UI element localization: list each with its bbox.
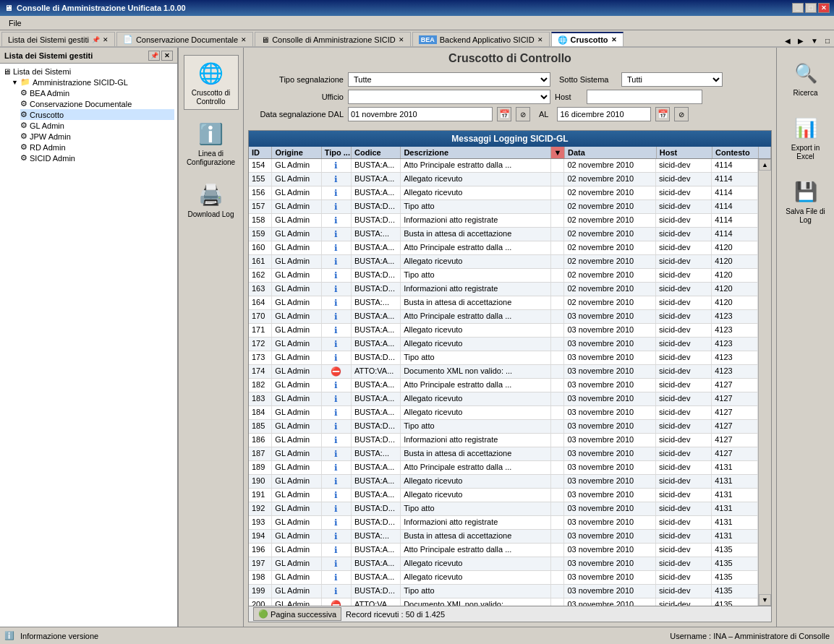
table-row[interactable]: 190 GL Admin ℹ BUSTA:A... Allegato ricev…	[249, 475, 758, 489]
tab-scroll-left[interactable]: ◀	[782, 35, 793, 46]
table-row[interactable]: 192 GL Admin ℹ BUSTA:D... Tipo atto 03 n…	[249, 502, 758, 516]
table-row[interactable]: 194 GL Admin ℹ BUSTA:... Busta in attesa…	[249, 530, 758, 544]
table-row[interactable]: 160 GL Admin ℹ BUSTA:A... Atto Principal…	[249, 241, 758, 255]
tab-lista-sistemi[interactable]: Lista dei Sistemi gestiti 📌 ✕	[1, 32, 115, 46]
tab-new[interactable]: □	[822, 35, 833, 46]
col-header-data[interactable]: Data	[565, 147, 657, 158]
table-row[interactable]: 155 GL Admin ℹ BUSTA:A... Allegato ricev…	[249, 173, 758, 186]
table-row[interactable]: 200 GL Admin ⛔ ATTO:VA... Documento XML …	[249, 598, 758, 606]
close-button[interactable]: ✕	[818, 3, 830, 13]
sidebar-pin-icon[interactable]: 📌	[92, 36, 100, 43]
vertical-scrollbar[interactable]: ▲ ▼	[758, 159, 771, 606]
table-row[interactable]: 156 GL Admin ℹ BUSTA:A... Allegato ricev…	[249, 186, 758, 200]
tab-dropdown[interactable]: ▼	[808, 35, 821, 46]
tree-item-rd[interactable]: ⚙ RD Admin	[20, 142, 174, 153]
col-sort-indicator[interactable]: ▼	[551, 147, 565, 158]
ufficio-select[interactable]	[348, 90, 550, 104]
col-header-id[interactable]: ID	[249, 147, 272, 158]
tree-item-conservazione[interactable]: ⚙ Conservazione Documentale	[20, 98, 174, 109]
tab-conservazione[interactable]: 📄 Conservazione Documentale ✕	[116, 32, 253, 46]
scroll-down-button[interactable]: ▼	[759, 594, 771, 606]
tree-item-bea[interactable]: ⚙ BEA Admin	[20, 87, 174, 98]
tab-cruscotto[interactable]: 🌐 Cruscotto ✕	[551, 32, 624, 46]
table-row[interactable]: 154 GL Admin ℹ BUSTA:A... Atto Principal…	[249, 159, 758, 173]
tab-consolle-sicid[interactable]: 🖥 Consolle di Amministrazione SICID ✕	[255, 32, 411, 46]
table-row[interactable]: 163 GL Admin ℹ BUSTA:D... Informazioni a…	[249, 283, 758, 296]
tree-group-item[interactable]: ▼ 📁 Amministrazione SICID-GL	[12, 77, 174, 87]
col-header-host[interactable]: Host	[657, 147, 712, 158]
minimize-button[interactable]: _	[792, 3, 804, 13]
table-row[interactable]: 159 GL Admin ℹ BUSTA:... Busta in attesa…	[249, 228, 758, 241]
tree-item-cruscotto[interactable]: ⚙ Cruscotto	[20, 109, 174, 120]
calendar-dal-clear-button[interactable]: ⊘	[516, 107, 530, 121]
table-row[interactable]: 174 GL Admin ⛔ ATTO:VA... Documento XML …	[249, 365, 758, 379]
table-row[interactable]: 182 GL Admin ℹ BUSTA:A... Atto Principal…	[249, 379, 758, 392]
table-row[interactable]: 193 GL Admin ℹ BUSTA:D... Informazioni a…	[249, 516, 758, 530]
col-header-codice[interactable]: Codice	[352, 147, 401, 158]
scroll-up-button[interactable]: ▲	[759, 159, 771, 171]
table-row[interactable]: 191 GL Admin ℹ BUSTA:A... Allegato ricev…	[249, 489, 758, 502]
tab-scroll-right[interactable]: ▶	[795, 35, 807, 46]
download-log-panel-button[interactable]: 🖨️ Download Log	[184, 176, 239, 223]
table-row[interactable]: 183 GL Admin ℹ BUSTA:A... Allegato ricev…	[249, 392, 758, 406]
tab-close-consolle[interactable]: ✕	[399, 36, 404, 43]
table-row[interactable]: 164 GL Admin ℹ BUSTA:... Busta in attesa…	[249, 296, 758, 310]
tree-children: ⚙ BEA Admin ⚙ Conservazione Documentale …	[12, 87, 174, 163]
file-menu[interactable]: File	[3, 17, 27, 29]
tree-item-sicid[interactable]: ⚙ SICID Admin	[20, 153, 174, 163]
table-row[interactable]: 198 GL Admin ℹ BUSTA:A... Allegato ricev…	[249, 571, 758, 585]
table-row[interactable]: 186 GL Admin ℹ BUSTA:D... Informazioni a…	[249, 434, 758, 447]
tab-close-bea[interactable]: ✕	[537, 36, 543, 43]
salva-log-button[interactable]: 💾 Salva File di Log	[781, 173, 830, 228]
data-dal-input[interactable]	[348, 107, 493, 121]
table-row[interactable]: 173 GL Admin ℹ BUSTA:D... Tipo atto 03 n…	[249, 351, 758, 365]
sidebar-pin-button[interactable]: 📌	[148, 51, 160, 61]
cell-sort-spacer	[551, 283, 565, 296]
table-row[interactable]: 161 GL Admin ℹ BUSTA:A... Allegato ricev…	[249, 255, 758, 269]
tree-item-jpw[interactable]: ⚙ JPW Admin	[20, 131, 174, 142]
table-row[interactable]: 185 GL Admin ℹ BUSTA:D... Tipo atto 03 n…	[249, 420, 758, 434]
col-header-contesto[interactable]: Contesto	[712, 147, 759, 158]
calendar-dal-button[interactable]: 📅	[497, 107, 511, 121]
table-row[interactable]: 187 GL Admin ℹ BUSTA:... Busta in attesa…	[249, 447, 758, 461]
table-row[interactable]: 172 GL Admin ℹ BUSTA:A... Allegato ricev…	[249, 338, 758, 351]
cruscotto-panel-button[interactable]: 🌐 Cruscotto di Controllo	[184, 55, 239, 110]
tree-root-item[interactable]: 🖥 Lista dei Sistemi	[3, 66, 174, 77]
table-row[interactable]: 158 GL Admin ℹ BUSTA:D... Informazioni a…	[249, 214, 758, 228]
table-row[interactable]: 157 GL Admin ℹ BUSTA:D... Tipo atto 02 n…	[249, 200, 758, 214]
tab-bea[interactable]: BEA Backend Applicativo SICID ✕	[412, 32, 550, 46]
table-row[interactable]: 189 GL Admin ℹ BUSTA:A... Atto Principal…	[249, 461, 758, 475]
tree-item-gl[interactable]: ⚙ GL Admin	[20, 120, 174, 131]
table-row[interactable]: 171 GL Admin ℹ BUSTA:A... Allegato ricev…	[249, 324, 758, 338]
cell-origine: GL Admin	[272, 269, 321, 282]
table-row[interactable]: 199 GL Admin ℹ BUSTA:D... Tipo atto 03 n…	[249, 585, 758, 598]
sotto-sistema-select[interactable]: Tutti SICID GL BEA	[621, 72, 723, 87]
tipo-select[interactable]: Tutte Info Warning Error	[348, 72, 550, 87]
table-row[interactable]: 162 GL Admin ℹ BUSTA:D... Tipo atto 02 n…	[249, 269, 758, 283]
export-excel-button[interactable]: 📊 Export in Excel	[781, 110, 830, 165]
col-header-descrizione[interactable]: Descrizione	[401, 147, 551, 158]
data-al-input[interactable]	[557, 107, 651, 121]
table-row[interactable]: 170 GL Admin ℹ BUSTA:A... Atto Principal…	[249, 310, 758, 324]
cell-tipo: ℹ	[322, 324, 352, 337]
cell-origine: GL Admin	[272, 502, 321, 515]
calendar-al-clear-button[interactable]: ⊘	[674, 107, 689, 121]
col-header-origine[interactable]: Origine	[272, 147, 321, 158]
table-row[interactable]: 197 GL Admin ℹ BUSTA:A... Allegato ricev…	[249, 557, 758, 571]
table-row[interactable]: 184 GL Admin ℹ BUSTA:A... Allegato ricev…	[249, 406, 758, 420]
host-input[interactable]	[587, 90, 702, 104]
linea-config-panel-button[interactable]: ℹ️ Linea di Configurazione	[184, 116, 239, 171]
sidebar-close-icon[interactable]: ✕	[103, 36, 108, 43]
ricerca-button[interactable]: 🔍 Ricerca	[781, 55, 830, 101]
cell-host: sicid-dev	[656, 420, 712, 433]
col-header-tipo[interactable]: Tipo ...	[322, 147, 352, 158]
cell-origine: GL Admin	[272, 406, 321, 419]
tab-close-cruscotto[interactable]: ✕	[611, 36, 617, 43]
calendar-al-button[interactable]: 📅	[655, 107, 670, 121]
maximize-button[interactable]: □	[805, 3, 817, 13]
ufficio-label: Ufficio	[250, 93, 344, 101]
sidebar-close-button[interactable]: ✕	[161, 51, 173, 61]
next-page-button[interactable]: 🟢 Pagina successiva	[253, 607, 341, 621]
tab-close-conservazione[interactable]: ✕	[241, 36, 247, 43]
table-row[interactable]: 196 GL Admin ℹ BUSTA:A... Atto Principal…	[249, 544, 758, 557]
